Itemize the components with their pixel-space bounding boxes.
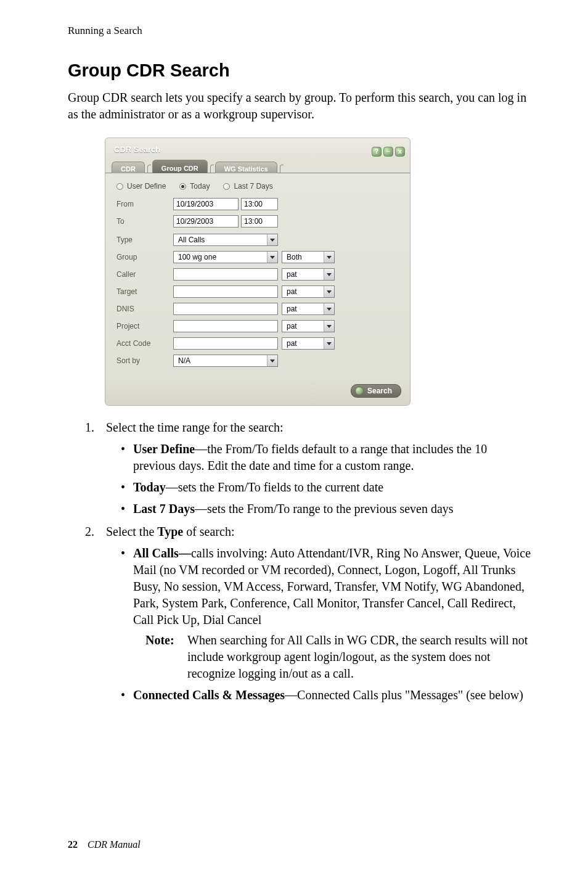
- tab-group-cdr[interactable]: Group CDR: [152, 160, 208, 173]
- select-value: Both: [285, 253, 302, 261]
- label-from: From: [116, 200, 173, 208]
- chevron-down-icon: [267, 355, 277, 366]
- group-side-select[interactable]: Both: [282, 251, 335, 263]
- chevron-down-icon: [324, 338, 334, 349]
- select-value: pat: [285, 322, 297, 330]
- dnis-side-select[interactable]: pat: [282, 303, 335, 315]
- from-date-input[interactable]: [173, 198, 239, 210]
- chevron-down-icon: [267, 252, 277, 263]
- tab-strip: CDR Group CDR WG Statistics: [105, 160, 410, 173]
- chevron-down-icon: [324, 286, 334, 297]
- time-range-radios: User Define Today Last 7 Days: [116, 182, 399, 191]
- bullet-bold: Today: [133, 480, 166, 494]
- tab-wg-statistics[interactable]: WG Statistics: [215, 162, 277, 173]
- bullet-bold: User Define: [133, 442, 195, 456]
- close-icon[interactable]: x: [395, 147, 405, 157]
- select-value: pat: [285, 270, 297, 279]
- to-date-input[interactable]: [173, 215, 239, 228]
- note-block: Note: When searching for All Calls in WG…: [133, 632, 533, 682]
- label-to: To: [116, 217, 173, 226]
- note-label: Note:: [145, 632, 187, 682]
- select-value: N/A: [176, 356, 190, 365]
- label-caller: Caller: [116, 270, 173, 279]
- help-icon[interactable]: ?: [372, 147, 382, 157]
- select-value: pat: [285, 305, 297, 313]
- type-select[interactable]: All Calls: [173, 234, 278, 246]
- caller-input[interactable]: [173, 268, 278, 281]
- bullet-last-7-days: Last 7 Days—sets the From/To range to th…: [121, 501, 533, 517]
- section-title: Group CDR Search: [68, 60, 533, 81]
- step-1-text: Select the time range for the search:: [106, 421, 284, 434]
- label-acct-code: Acct Code: [116, 339, 173, 348]
- group-select[interactable]: 100 wg one: [173, 251, 278, 263]
- bullet-rest: calls involving: Auto Attendant/IVR, Rin…: [133, 546, 531, 626]
- radio-last-7-days[interactable]: Last 7 Days: [223, 182, 272, 191]
- select-value: pat: [285, 287, 297, 296]
- note-text: When searching for All Calls in WG CDR, …: [187, 632, 533, 682]
- step-2-post: of search:: [183, 525, 234, 538]
- tab-notch: [147, 165, 151, 173]
- bullet-bold: Connected Calls & Messages: [133, 688, 285, 702]
- step-1-bullets: User Define—the From/To fields default t…: [106, 441, 533, 517]
- bullet-all-calls: All Calls—calls involving: Auto Attendan…: [121, 545, 533, 682]
- select-value: All Calls: [176, 236, 205, 244]
- project-side-select[interactable]: pat: [282, 320, 335, 332]
- step-1: Select the time range for the search: Us…: [97, 419, 533, 517]
- widget-title: CDR Search: [114, 145, 160, 159]
- radio-user-define[interactable]: User Define: [116, 182, 166, 191]
- radio-label: Last 7 Days: [234, 182, 272, 191]
- step-2-pre: Select the: [106, 525, 157, 538]
- radio-label: Today: [190, 182, 210, 191]
- running-head: Running a Search: [68, 25, 533, 37]
- step-2-bullets: All Calls—calls involving: Auto Attendan…: [106, 545, 533, 704]
- bullet-rest: —sets the From/To range to the previous …: [195, 502, 454, 515]
- target-input[interactable]: [173, 285, 278, 298]
- label-project: Project: [116, 322, 173, 330]
- chevron-down-icon: [324, 252, 334, 263]
- sort-by-select[interactable]: N/A: [173, 355, 278, 367]
- acct-side-select[interactable]: pat: [282, 337, 335, 350]
- chevron-down-icon: [267, 234, 277, 245]
- select-value: 100 wg one: [176, 253, 216, 261]
- bullet-user-define: User Define—the From/To fields default t…: [121, 441, 533, 474]
- tab-notch: [210, 165, 214, 173]
- search-button[interactable]: Search: [351, 384, 401, 398]
- radio-today[interactable]: Today: [179, 182, 210, 191]
- chevron-down-icon: [324, 303, 334, 314]
- radio-dot-icon: [116, 183, 123, 190]
- search-ball-icon: [355, 387, 364, 395]
- step-2: Select the Type of search: All Calls—cal…: [97, 523, 533, 704]
- steps-list: Select the time range for the search: Us…: [68, 419, 533, 704]
- intro-paragraph: Group CDR search lets you specify a sear…: [68, 89, 533, 123]
- to-time-input[interactable]: [241, 215, 278, 228]
- caller-side-select[interactable]: pat: [282, 268, 335, 281]
- minimize-icon[interactable]: –: [383, 147, 393, 157]
- bullet-bold: Last 7 Days: [133, 502, 195, 515]
- radio-dot-icon: [179, 183, 186, 190]
- step-2-bold: Type: [157, 525, 183, 538]
- page-footer: 22 CDR Manual: [68, 839, 141, 850]
- bullet-rest: —sets the From/To fields to the current …: [166, 480, 384, 494]
- bullet-bold: All Calls—: [133, 546, 191, 560]
- from-time-input[interactable]: [241, 198, 278, 210]
- widget-titlebar: CDR Search ? – x: [105, 142, 410, 159]
- bullet-rest: —Connected Calls plus "Messages" (see be…: [285, 688, 523, 702]
- label-sort-by: Sort by: [116, 356, 173, 365]
- acct-code-input[interactable]: [173, 337, 278, 350]
- label-target: Target: [116, 287, 173, 296]
- widget-footer: Search: [105, 378, 410, 405]
- page-number: 22: [68, 839, 78, 850]
- label-group: Group: [116, 253, 173, 261]
- project-input[interactable]: [173, 320, 278, 332]
- label-dnis: DNIS: [116, 305, 173, 313]
- select-value: pat: [285, 339, 297, 348]
- target-side-select[interactable]: pat: [282, 285, 335, 298]
- radio-label: User Define: [127, 182, 166, 191]
- cdr-search-widget: CDR Search ? – x CDR Group CDR WG Statis…: [105, 137, 410, 406]
- radio-dot-icon: [223, 183, 230, 190]
- tab-notch: [280, 165, 284, 173]
- dnis-input[interactable]: [173, 303, 278, 315]
- tab-cdr[interactable]: CDR: [112, 162, 145, 173]
- chevron-down-icon: [324, 321, 334, 332]
- search-button-label: Search: [367, 387, 392, 395]
